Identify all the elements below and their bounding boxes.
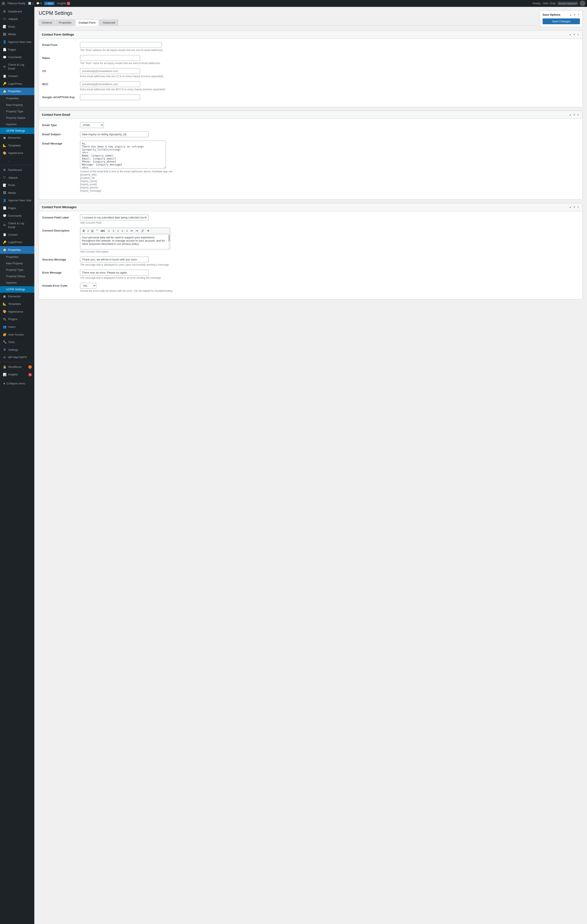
section1-up[interactable]: ▲ [569, 33, 572, 36]
section1-down[interactable]: ▼ [573, 33, 576, 36]
sidebar-item-wp-mail-smtp[interactable]: ✉ WP Mail SMTP [0, 354, 34, 361]
sidebar-item-check-log-email2[interactable]: ✉ Check & Log Email [0, 220, 34, 231]
sidebar-item-appearance[interactable]: 🎨 Appearance [0, 149, 34, 157]
rich-ul[interactable]: ≡ [107, 229, 111, 233]
sidebar-item-posts2[interactable]: 📝 Posts [0, 182, 34, 189]
submenu2-new-property[interactable]: New Property [0, 260, 34, 267]
submenu2-ucpm-settings[interactable]: UCPM Settings [0, 286, 34, 293]
sidebar-item-pages2[interactable]: 📄 Pages [0, 204, 34, 212]
consent-field-input[interactable] [80, 214, 149, 220]
rich-align-left[interactable]: ≡ [116, 229, 120, 233]
submenu-property-status[interactable]: Property Status [0, 115, 34, 121]
updates-icon[interactable]: 🔄 1 [28, 2, 34, 5]
sidebar-item-posts[interactable]: 📝 Posts [0, 23, 34, 31]
submenu-property-type[interactable]: Property Type [0, 108, 34, 115]
rich-link[interactable]: 🔗 [140, 229, 146, 233]
rich-bold[interactable]: B [81, 229, 86, 233]
submenu2-property-status[interactable]: Property Status [0, 273, 34, 280]
rich-italic[interactable]: I [86, 229, 90, 233]
tab-properties[interactable]: Properties [56, 20, 74, 25]
save-options-collapse-up[interactable]: ▲ [569, 13, 572, 16]
sidebar-item-dashboard[interactable]: ⊞ Dashboard [0, 8, 34, 15]
sidebar-item-dashboard2[interactable]: ⊞ Dashboard [0, 166, 34, 174]
sidebar-item-more[interactable]: ... [0, 157, 34, 164]
sidebar-item-jetpack2[interactable]: 🛡 Jetpack [0, 174, 34, 182]
section3-down[interactable]: ▼ [573, 206, 576, 209]
tab-general[interactable]: General [39, 20, 55, 25]
submenu2-property-type[interactable]: Property Type [0, 267, 34, 273]
sidebar-item-pages[interactable]: 📄 Pages [0, 46, 34, 54]
sidebar-item-loginpress2[interactable]: 🔑 LoginPress [0, 239, 34, 246]
sidebar-item-loginpress[interactable]: 🔑 LoginPress [0, 80, 34, 88]
insights-link[interactable]: Insights 11 [57, 2, 70, 5]
sidebar-item-user-access[interactable]: 🔐 User Access [0, 331, 34, 338]
tab-contact-form[interactable]: Contact Form [76, 20, 99, 26]
sidebar-item-users[interactable]: 👥 Users [0, 323, 34, 331]
site-name[interactable]: Platinum Realty [8, 2, 26, 5]
save-options-close[interactable]: ✕ [577, 13, 580, 16]
tab-advanced[interactable]: Advanced [99, 20, 118, 25]
section3-close[interactable]: ✕ [577, 206, 579, 209]
sidebar-item-settings[interactable]: ⚙ Settings [0, 346, 34, 354]
sidebar-item-media2[interactable]: 🖼 Media [0, 189, 34, 197]
sidebar-item-contact2[interactable]: 📋 Contact [0, 231, 34, 239]
sidebar-item-properties[interactable]: 🏠 Properties [0, 88, 34, 96]
sidebar-item-elementor2[interactable]: ◼ Elementor [0, 293, 34, 300]
email-type-select[interactable]: HTML Plain Text [80, 122, 104, 128]
include-error-code-select[interactable]: Yes No [80, 283, 96, 289]
section3-up[interactable]: ▲ [569, 206, 572, 209]
section2-down[interactable]: ▼ [573, 114, 576, 116]
sidebar-item-wordfence[interactable]: 🔒 Wordfence [0, 363, 34, 371]
section2-up[interactable]: ▲ [569, 114, 572, 116]
save-changes-button[interactable]: Save Changes [542, 18, 580, 24]
section1-close[interactable]: ✕ [577, 33, 579, 36]
rich-align-center[interactable]: ≡ [121, 229, 124, 233]
comments-icon[interactable]: 💬 0 [36, 2, 42, 5]
sidebar-item-comments2[interactable]: 💬 Comments [0, 212, 34, 220]
new-button[interactable]: + New [44, 2, 55, 5]
cc-input[interactable] [80, 68, 140, 74]
rich-quote[interactable]: " [95, 229, 99, 233]
section2-close[interactable]: ✕ [577, 114, 579, 116]
sidebar-item-appearance2[interactable]: 🎨 Appearance [0, 308, 34, 315]
rich-code[interactable]: ABC [99, 229, 106, 233]
recaptcha-input[interactable] [80, 94, 140, 100]
email-from-input[interactable] [80, 42, 162, 48]
user-avatar[interactable] [580, 1, 585, 6]
submenu2-properties[interactable]: Properties [0, 254, 34, 260]
sidebar-item-media[interactable]: 🖼 Media [0, 31, 34, 38]
sidebar-item-check-log-email[interactable]: ✉ Check & Log Email [0, 61, 34, 72]
sidebar-item-contact[interactable]: 📋 Contact [0, 73, 34, 80]
sidebar-item-approve-new-user[interactable]: 👤 Approve New User [0, 38, 34, 46]
rich-remove[interactable]: ✕ [146, 229, 150, 233]
screen-options-button[interactable]: Screen Options ▾ [557, 2, 578, 5]
bcc-input[interactable] [80, 81, 140, 87]
submenu-new-property[interactable]: New Property [0, 102, 34, 108]
sidebar-item-properties2[interactable]: 🏠 Properties [0, 246, 34, 254]
submenu-ucpm-settings[interactable]: UCPM Settings [0, 127, 34, 134]
rich-underline[interactable]: U [90, 229, 94, 233]
save-options-collapse-down[interactable]: ▼ [573, 13, 576, 16]
error-message-input[interactable] [80, 270, 149, 276]
sidebar-item-templates2[interactable]: 📐 Templates [0, 300, 34, 308]
rich-align-right[interactable]: ≡ [125, 229, 129, 233]
sidebar-item-plugins[interactable]: 🔌 Plugins [0, 315, 34, 323]
rich-ol[interactable]: ≡ [111, 229, 116, 233]
sidebar-item-jetpack[interactable]: 🛡 Jetpack [0, 15, 34, 23]
rich-redo[interactable]: ↪ [134, 229, 139, 233]
submenu2-inquiries[interactable]: Inquiries [0, 280, 34, 286]
sidebar-item-elementor[interactable]: ◼ Elementor [0, 134, 34, 142]
consent-scrollbar[interactable] [168, 234, 170, 249]
submenu-inquiries[interactable]: Inquiries [0, 121, 34, 127]
sidebar-item-comments[interactable]: 💬 Comments [0, 54, 34, 61]
email-subject-input[interactable] [80, 131, 149, 137]
collapse-menu[interactable]: ◄ Collapse menu [0, 380, 34, 387]
sidebar-item-tools[interactable]: 🔧 Tools [0, 338, 34, 346]
email-message-textarea[interactable]: Hi, There has been a new inquiry on <str… [80, 141, 166, 168]
success-message-input[interactable] [80, 257, 149, 262]
name-input[interactable] [80, 55, 140, 61]
sidebar-item-templates[interactable]: 📐 Templates [0, 142, 34, 149]
sidebar-item-insights-bottom[interactable]: 📊 Insights 11 [0, 371, 34, 379]
submenu-properties[interactable]: Properties [0, 95, 34, 102]
sidebar-item-approve-new-user2[interactable]: 👤 Approve New User [0, 197, 34, 205]
